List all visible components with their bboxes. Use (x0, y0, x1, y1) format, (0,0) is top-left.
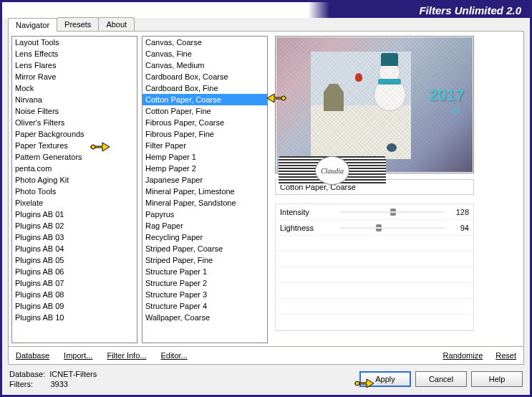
empty-slider-row (276, 236, 473, 252)
preview-image: 2017 6 (276, 37, 473, 172)
footer-bar: Database: ICNET-Filters Filters: 3933 Ap… (2, 365, 530, 393)
filter-item[interactable]: Fibrous Paper, Fine (142, 128, 267, 140)
filters-count-value: 3933 (50, 380, 67, 388)
category-item[interactable]: Lens Flares (12, 59, 137, 71)
category-item[interactable]: Photo Tools (12, 186, 137, 197)
category-item[interactable]: Paper Backgrounds (12, 128, 137, 140)
category-item[interactable]: Lens Effects (12, 48, 137, 59)
help-button[interactable]: Help (471, 371, 523, 387)
randomize-button[interactable]: Randomize (443, 351, 483, 360)
texture-overlay (276, 37, 473, 172)
lightness-label: Lightness (280, 224, 314, 232)
right-panel: 2017 6 Cotton Paper, Coarse Intensity 12… (272, 36, 521, 343)
tab-navigator[interactable]: Navigator (8, 18, 57, 32)
category-item[interactable]: Paper Textures (12, 140, 137, 151)
db-value: ICNET-Filters (49, 370, 97, 378)
intensity-slider[interactable]: Intensity 128 (276, 204, 473, 220)
tab-about[interactable]: About (98, 17, 135, 31)
filter-item[interactable]: Cotton Paper, Coarse (142, 94, 267, 105)
category-item[interactable]: Plugins AB 04 (12, 243, 137, 254)
filter-item[interactable]: Fibrous Paper, Coarse (142, 117, 267, 128)
link-button-row: Database Import... Filter Info... Editor… (8, 347, 524, 365)
empty-slider-row (276, 315, 473, 330)
category-item[interactable]: Plugins AB 08 (12, 289, 137, 300)
watermark-text: Claudia (315, 156, 349, 185)
filter-item[interactable]: Canvas, Fine (142, 48, 267, 59)
filter-item[interactable]: Striped Paper, Fine (142, 254, 267, 266)
filters-unlimited-window: Filters Unlimited 2.0 Navigator Presets … (0, 0, 532, 397)
intensity-label: Intensity (280, 208, 309, 216)
content-area: Navigator Presets About Layout ToolsLens… (2, 17, 530, 365)
filter-item[interactable]: Canvas, Coarse (142, 37, 267, 48)
apply-button[interactable]: Apply (359, 371, 411, 387)
category-list[interactable]: Layout ToolsLens EffectsLens FlaresMirro… (11, 36, 137, 343)
filter-item[interactable]: Cardboard Box, Fine (142, 82, 267, 94)
filter-item[interactable]: Hemp Paper 1 (142, 151, 267, 163)
lightness-value: 94 (460, 224, 469, 232)
filter-item[interactable]: Hemp Paper 2 (142, 163, 267, 174)
category-item[interactable]: penta.com (12, 163, 137, 174)
db-label: Database: (9, 370, 45, 378)
filter-item[interactable]: Striped Paper, Coarse (142, 243, 267, 254)
footer-buttons: Apply Cancel Help (359, 371, 523, 387)
filter-item[interactable]: Structure Paper 4 (142, 300, 267, 312)
category-item[interactable]: Noise Filters (12, 105, 137, 117)
filter-item[interactable]: Structure Paper 2 (142, 277, 267, 289)
filter-item[interactable]: Japanese Paper (142, 174, 267, 186)
filter-info-button[interactable]: Filter Info... (107, 351, 146, 360)
lightness-thumb[interactable] (376, 224, 382, 231)
filter-item[interactable]: Recycling Paper (142, 231, 267, 243)
cancel-button[interactable]: Cancel (415, 371, 467, 387)
reset-button[interactable]: Reset (495, 351, 516, 360)
filters-count-label: Filters: (9, 380, 33, 388)
filter-item[interactable]: Cardboard Box, Coarse (142, 71, 267, 82)
empty-slider-row (276, 299, 473, 315)
category-item[interactable]: Plugins AB 03 (12, 231, 137, 243)
category-item[interactable]: Mock (12, 82, 137, 94)
intensity-thumb[interactable] (390, 209, 396, 216)
footer-info: Database: ICNET-Filters Filters: 3933 (9, 369, 97, 389)
category-item[interactable]: Plugins AB 05 (12, 254, 137, 266)
filter-list[interactable]: Canvas, CoarseCanvas, FineCanvas, Medium… (142, 36, 268, 343)
filter-item[interactable]: Mineral Paper, Limestone (142, 186, 267, 197)
claudia-watermark: Claudia (279, 156, 386, 185)
filter-item[interactable]: Papyrus (142, 209, 267, 220)
lightness-slider[interactable]: Lightness 94 (276, 220, 473, 236)
category-item[interactable]: Plugins AB 10 (12, 312, 137, 323)
category-item[interactable]: Photo Aging Kit (12, 174, 137, 186)
category-item[interactable]: Pixelate (12, 197, 137, 209)
category-item[interactable]: Plugins AB 02 (12, 220, 137, 231)
category-item[interactable]: Plugins AB 01 (12, 209, 137, 220)
category-item[interactable]: Layout Tools (12, 37, 137, 48)
import-button[interactable]: Import... (64, 351, 92, 360)
filter-item[interactable]: Rag Paper (142, 220, 267, 231)
category-item[interactable]: Pattern Generators (12, 151, 137, 163)
sliders-panel: Intensity 128 Lightness 94 (275, 204, 474, 331)
filter-item[interactable]: Canvas, Medium (142, 59, 267, 71)
intensity-value: 128 (456, 208, 469, 216)
filter-item[interactable]: Structure Paper 1 (142, 266, 267, 277)
database-button[interactable]: Database (16, 351, 49, 360)
category-item[interactable]: Plugins AB 07 (12, 277, 137, 289)
filter-item[interactable]: Filter Paper (142, 140, 267, 151)
app-title: Filters Unlimited 2.0 (419, 4, 521, 16)
tab-strip: Navigator Presets About (8, 17, 524, 32)
navigator-panel: Layout ToolsLens EffectsLens FlaresMirro… (8, 32, 524, 347)
category-item[interactable]: Oliver's Filters (12, 117, 137, 128)
category-item[interactable]: Plugins AB 06 (12, 266, 137, 277)
category-item[interactable]: Nirvana (12, 94, 137, 105)
empty-slider-row (276, 267, 473, 283)
preview-container: 2017 6 (275, 36, 474, 173)
tab-presets[interactable]: Presets (57, 17, 99, 31)
editor-button[interactable]: Editor... (160, 351, 187, 360)
filter-item[interactable]: Mineral Paper, Sandstone (142, 197, 267, 209)
empty-slider-row (276, 283, 473, 299)
category-item[interactable]: Plugins AB 09 (12, 300, 137, 312)
filter-item[interactable]: Cotton Paper, Fine (142, 105, 267, 117)
filter-item[interactable]: Wallpaper, Coarse (142, 312, 267, 323)
filter-item[interactable]: Structure Paper 3 (142, 289, 267, 300)
category-item[interactable]: Mirror Rave (12, 71, 137, 82)
title-bar: Filters Unlimited 2.0 (2, 2, 530, 18)
empty-slider-row (276, 252, 473, 267)
